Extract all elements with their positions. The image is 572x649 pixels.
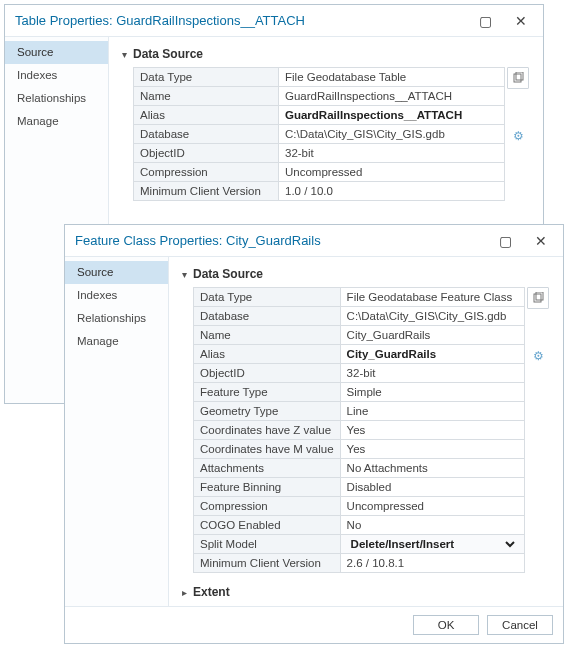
window-title: Feature Class Properties: City_GuardRail… (75, 233, 487, 248)
table-row: AliasGuardRailInspections__ATTACH (134, 106, 505, 125)
table-row: Minimum Client Version1.0 / 10.0 (134, 182, 505, 201)
titlebar: Table Properties: GuardRailInspections__… (5, 5, 543, 37)
titlebar: Feature Class Properties: City_GuardRail… (65, 225, 563, 257)
section-header-datasource[interactable]: ▾ Data Source (179, 265, 553, 283)
copy-icon[interactable] (527, 287, 549, 309)
property-key: Name (134, 87, 279, 106)
property-value: C:\Data\City_GIS\City_GIS.gdb (340, 307, 524, 326)
table-row: Feature TypeSimple (194, 383, 525, 402)
table-row: ObjectID32-bit (194, 364, 525, 383)
property-value: No (340, 516, 524, 535)
options-icon[interactable]: ⚙ (527, 345, 549, 367)
section-label: Extent (193, 585, 230, 599)
property-value: City_GuardRails (340, 345, 524, 364)
caret-down-icon: ▾ (179, 269, 189, 280)
table-row: COGO EnabledNo (194, 516, 525, 535)
property-value: Uncompressed (340, 497, 524, 516)
copy-icon[interactable] (507, 67, 529, 89)
properties-table: Data TypeFile Geodatabase Feature ClassD… (193, 287, 525, 573)
table-row: NameGuardRailInspections__ATTACH (134, 87, 505, 106)
property-key: COGO Enabled (194, 516, 341, 535)
table-row: Split ModelDelete/Insert/Insert (194, 535, 525, 554)
property-value: 32-bit (340, 364, 524, 383)
property-value: Disabled (340, 478, 524, 497)
feature-class-properties-dialog: Feature Class Properties: City_GuardRail… (64, 224, 564, 644)
sidebar-item-indexes[interactable]: Indexes (5, 64, 108, 87)
close-icon[interactable]: ✕ (503, 5, 539, 36)
property-value: Uncompressed (279, 163, 505, 182)
property-key: ObjectID (134, 144, 279, 163)
table-row: AttachmentsNo Attachments (194, 459, 525, 478)
property-value: Simple (340, 383, 524, 402)
svg-rect-0 (514, 74, 521, 82)
ok-button[interactable]: OK (413, 615, 479, 635)
property-value: GuardRailInspections__ATTACH (279, 87, 505, 106)
property-value: GuardRailInspections__ATTACH (279, 106, 505, 125)
sidebar-item-manage[interactable]: Manage (5, 110, 108, 133)
property-key: Geometry Type (194, 402, 341, 421)
sidebar-item-relationships[interactable]: Relationships (5, 87, 108, 110)
property-key: Coordinates have Z value (194, 421, 341, 440)
property-key: Split Model (194, 535, 341, 554)
close-icon[interactable]: ✕ (523, 225, 559, 256)
section-header-extent[interactable]: ▸ Extent (179, 583, 553, 601)
sidebar-item-relationships[interactable]: Relationships (65, 307, 168, 330)
property-key: Compression (134, 163, 279, 182)
property-key: ObjectID (194, 364, 341, 383)
sidebar-item-indexes[interactable]: Indexes (65, 284, 168, 307)
options-icon[interactable]: ⚙ (507, 125, 529, 147)
maximize-icon[interactable]: ▢ (487, 225, 523, 256)
table-row: ObjectID32-bit (134, 144, 505, 163)
property-value: No Attachments (340, 459, 524, 478)
table-row: Coordinates have M valueYes (194, 440, 525, 459)
property-value: Yes (340, 421, 524, 440)
table-row: AliasCity_GuardRails (194, 345, 525, 364)
table-row: Minimum Client Version2.6 / 10.8.1 (194, 554, 525, 573)
property-value: C:\Data\City_GIS\City_GIS.gdb (279, 125, 505, 144)
property-key: Alias (194, 345, 341, 364)
svg-rect-1 (516, 72, 523, 80)
property-value: Yes (340, 440, 524, 459)
property-key: Minimum Client Version (134, 182, 279, 201)
property-key: Data Type (134, 68, 279, 87)
table-row: Geometry TypeLine (194, 402, 525, 421)
svg-rect-2 (534, 294, 541, 302)
property-key: Data Type (194, 288, 341, 307)
sidebar-item-source[interactable]: Source (5, 41, 108, 64)
property-value: 2.6 / 10.8.1 (340, 554, 524, 573)
dialog-footer: OK Cancel (65, 606, 563, 643)
cancel-button[interactable]: Cancel (487, 615, 553, 635)
property-key: Database (194, 307, 341, 326)
caret-right-icon: ▸ (179, 587, 189, 598)
table-row: Data TypeFile Geodatabase Feature Class (194, 288, 525, 307)
sidebar-item-source[interactable]: Source (65, 261, 168, 284)
section-label: Data Source (193, 267, 263, 281)
property-value: City_GuardRails (340, 326, 524, 345)
property-key: Feature Binning (194, 478, 341, 497)
table-row: DatabaseC:\Data\City_GIS\City_GIS.gdb (134, 125, 505, 144)
property-key: Minimum Client Version (194, 554, 341, 573)
property-value[interactable]: Delete/Insert/Insert (340, 535, 524, 554)
table-row: Data TypeFile Geodatabase Table (134, 68, 505, 87)
section-header-datasource[interactable]: ▾ Data Source (119, 45, 533, 63)
table-row: CompressionUncompressed (134, 163, 505, 182)
property-key: Compression (194, 497, 341, 516)
property-key: Alias (134, 106, 279, 125)
table-row: Coordinates have Z valueYes (194, 421, 525, 440)
properties-table: Data TypeFile Geodatabase TableNameGuard… (133, 67, 505, 201)
property-key: Name (194, 326, 341, 345)
sidebar-item-manage[interactable]: Manage (65, 330, 168, 353)
table-row: DatabaseC:\Data\City_GIS\City_GIS.gdb (194, 307, 525, 326)
property-key: Feature Type (194, 383, 341, 402)
maximize-icon[interactable]: ▢ (467, 5, 503, 36)
property-value: Line (340, 402, 524, 421)
property-value: 32-bit (279, 144, 505, 163)
property-key: Database (134, 125, 279, 144)
table-row: CompressionUncompressed (194, 497, 525, 516)
split-model-select[interactable]: Delete/Insert/Insert (347, 537, 518, 551)
table-row: NameCity_GuardRails (194, 326, 525, 345)
section-label: Data Source (133, 47, 203, 61)
svg-rect-3 (536, 292, 543, 300)
caret-down-icon: ▾ (119, 49, 129, 60)
sidebar: Source Indexes Relationships Manage (65, 257, 169, 606)
